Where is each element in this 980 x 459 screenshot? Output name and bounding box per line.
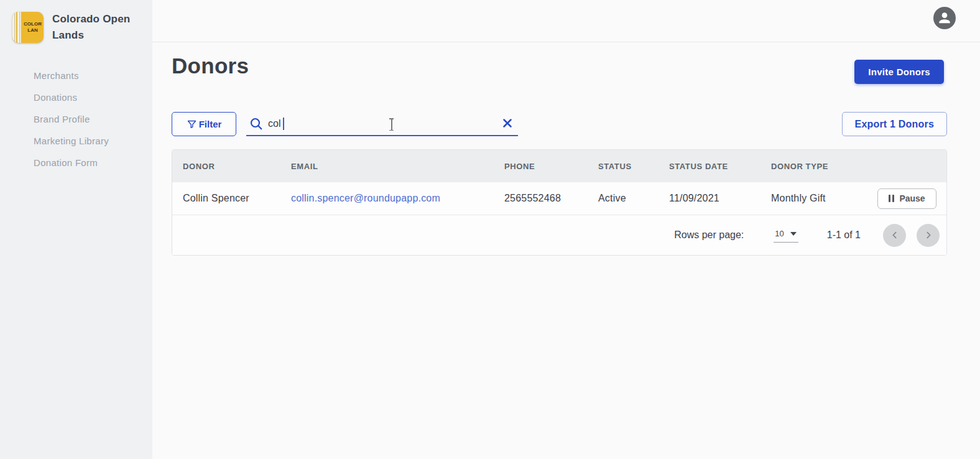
- sidebar-item-label: Donation Form: [34, 157, 98, 168]
- chevron-right-icon: [923, 230, 933, 240]
- sidebar-item-donations[interactable]: Donations: [0, 86, 152, 108]
- column-header-status[interactable]: STATUS: [598, 162, 669, 171]
- pause-button[interactable]: Pause: [877, 188, 936, 209]
- invite-donors-button[interactable]: Invite Donors: [854, 60, 944, 84]
- filter-funnel-icon: [187, 119, 197, 129]
- toolbar: Filter Export 1 Donors: [172, 112, 947, 136]
- next-page-button[interactable]: [917, 224, 940, 247]
- column-header-donor[interactable]: DONOR: [183, 162, 291, 171]
- logo-birch-stripes: [12, 12, 22, 43]
- cell-status: Active: [598, 193, 669, 204]
- email-link[interactable]: collin.spencer@roundupapp.com: [291, 193, 440, 203]
- cell-donor-name: Collin Spencer: [183, 193, 291, 204]
- main-content: Donors Invite Donors Filter: [152, 42, 980, 459]
- topbar: [152, 0, 980, 42]
- logo-text-line2: LAN: [27, 27, 37, 34]
- sidebar-item-brand-profile[interactable]: Brand Profile: [0, 108, 152, 130]
- sidebar-item-label: Donations: [34, 92, 77, 103]
- page-title: Donors: [172, 53, 249, 78]
- chevron-down-icon: [790, 231, 797, 236]
- search-input[interactable]: [268, 118, 473, 129]
- cell-phone: 2565552468: [504, 193, 598, 204]
- table-row[interactable]: Collin Spencer collin.spencer@roundupapp…: [172, 182, 946, 215]
- donors-table: DONOR EMAIL PHONE STATUS STATUS DATE DON…: [172, 149, 947, 256]
- donor-management-app: COLOR LAN Colorado Open Lands Home Do: [0, 0, 980, 459]
- rows-per-page-label: Rows per page:: [674, 230, 744, 241]
- sidebar-item-label: Marketing Library: [34, 136, 109, 146]
- user-avatar-button[interactable]: [933, 7, 956, 29]
- brand: COLOR LAN Colorado Open Lands: [0, 0, 152, 49]
- search-icon: [249, 116, 264, 131]
- cell-status-date: 11/09/2021: [669, 193, 771, 204]
- text-caret: [283, 118, 284, 130]
- pagination-range: 1-1 of 1: [827, 230, 861, 241]
- column-header-donor-type[interactable]: DONOR TYPE: [771, 162, 869, 171]
- previous-page-button[interactable]: [883, 224, 906, 247]
- sidebar-item-merchants[interactable]: Merchants: [0, 65, 152, 86]
- pause-icon: [889, 195, 894, 202]
- filter-button[interactable]: Filter: [172, 112, 236, 136]
- person-icon: [936, 10, 953, 26]
- export-donors-button[interactable]: Export 1 Donors: [842, 112, 947, 136]
- sidebar-item-marketing-library[interactable]: Marketing Library: [0, 130, 152, 152]
- column-header-status-date[interactable]: STATUS DATE: [669, 162, 771, 171]
- clear-search-icon[interactable]: [501, 116, 514, 130]
- sidebar-item-label: Merchants: [34, 70, 79, 81]
- chevron-left-icon: [890, 230, 900, 240]
- org-name: Colorado Open Lands: [52, 11, 130, 44]
- org-logo: COLOR LAN: [12, 12, 44, 43]
- sidebar-nav: Home Donors Merchants Reports Donations: [0, 65, 152, 174]
- column-header-phone[interactable]: PHONE: [504, 162, 598, 171]
- sidebar-item-label: Brand Profile: [34, 114, 90, 124]
- cell-email: collin.spencer@roundupapp.com: [291, 193, 504, 204]
- column-header-email[interactable]: EMAIL: [291, 162, 504, 171]
- table-pagination: Rows per page: 10 1-1 of 1: [172, 215, 946, 255]
- rows-per-page-select[interactable]: 10: [774, 228, 798, 243]
- sidebar: COLOR LAN Colorado Open Lands Home Do: [0, 0, 152, 459]
- cell-donor-type: Monthly Gift: [771, 193, 869, 204]
- sidebar-item-donation-form[interactable]: Donation Form: [0, 152, 152, 174]
- search-field: [246, 112, 518, 136]
- table-header-row: DONOR EMAIL PHONE STATUS STATUS DATE DON…: [172, 150, 946, 182]
- logo-text-line1: COLOR: [24, 21, 42, 27]
